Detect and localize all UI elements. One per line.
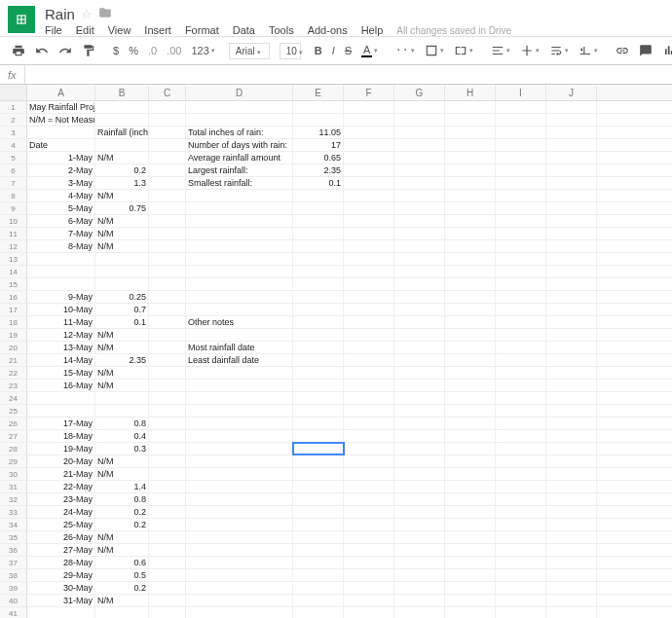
cell-I18[interactable] [496, 316, 546, 328]
cell-A7[interactable]: 3-May [27, 177, 95, 189]
cell-A27[interactable]: 18-May [27, 430, 95, 442]
cell-B19[interactable]: N/M [95, 329, 149, 341]
cell-H7[interactable] [445, 177, 496, 189]
insert-chart-button[interactable] [658, 41, 672, 60]
cell-B13[interactable] [95, 253, 149, 265]
cell-D18[interactable]: Other notes [186, 316, 293, 328]
cell-E9[interactable] [293, 202, 344, 214]
cell-H30[interactable] [445, 468, 496, 480]
cell-D39[interactable] [186, 582, 293, 594]
cell-G34[interactable] [394, 519, 445, 530]
cell-J35[interactable] [546, 531, 597, 543]
cell-D38[interactable] [186, 569, 293, 581]
cell-E20[interactable] [293, 342, 344, 353]
cell-A22[interactable]: 15-May [27, 367, 95, 379]
cell-F33[interactable] [344, 506, 394, 518]
cell-G29[interactable] [394, 455, 445, 467]
cell-E6[interactable]: 2.35 [293, 164, 344, 176]
cell-J34[interactable] [546, 519, 597, 530]
cell-G14[interactable] [394, 266, 445, 277]
cell-F39[interactable] [344, 582, 394, 594]
menu-view[interactable]: View [108, 24, 131, 36]
cell-B23[interactable]: N/M [95, 380, 149, 391]
cell-B24[interactable] [95, 392, 149, 404]
cell-H2[interactable] [445, 114, 496, 126]
row-header[interactable]: 10 [0, 215, 27, 227]
sheets-logo[interactable] [8, 6, 35, 33]
print-icon[interactable] [8, 41, 29, 60]
cell-H31[interactable] [445, 481, 496, 492]
column-header-G[interactable]: G [394, 85, 445, 100]
cell-C18[interactable] [149, 316, 186, 328]
cell-I6[interactable] [496, 164, 546, 176]
cell-C19[interactable] [149, 329, 186, 341]
cell-H25[interactable] [445, 405, 496, 417]
cell-J9[interactable] [546, 202, 597, 214]
row-header[interactable]: 29 [0, 455, 27, 467]
cell-F40[interactable] [344, 595, 394, 606]
cell-H23[interactable] [445, 380, 496, 391]
cell-G16[interactable] [394, 291, 445, 303]
cell-F36[interactable] [344, 544, 394, 556]
menu-insert[interactable]: Insert [144, 24, 171, 36]
cell-B8[interactable]: N/M [95, 190, 149, 201]
cell-E5[interactable]: 0.65 [293, 152, 344, 164]
cell-C14[interactable] [149, 266, 186, 277]
cell-A36[interactable]: 27-May [27, 544, 95, 556]
column-header-E[interactable]: E [293, 85, 344, 100]
cell-F35[interactable] [344, 531, 394, 543]
cell-F1[interactable] [344, 101, 394, 113]
cell-B14[interactable] [95, 266, 149, 277]
cell-D11[interactable] [186, 228, 293, 239]
cell-J36[interactable] [546, 544, 597, 556]
cell-G19[interactable] [394, 329, 445, 341]
cell-C21[interactable] [149, 354, 186, 366]
cell-I34[interactable] [496, 519, 546, 530]
cell-D7[interactable]: Smallest rainfall: [186, 177, 293, 189]
cell-D24[interactable] [186, 392, 293, 404]
cell-B3[interactable]: Rainfall (inches) [95, 127, 149, 138]
cell-F7[interactable] [344, 177, 394, 189]
cell-A20[interactable]: 13-May [27, 342, 95, 353]
row-header[interactable]: 24 [0, 392, 27, 404]
cell-H19[interactable] [445, 329, 496, 341]
cell-F11[interactable] [344, 228, 394, 239]
cell-A31[interactable]: 22-May [27, 481, 95, 492]
cell-B31[interactable]: 1.4 [95, 481, 149, 492]
cell-E26[interactable] [293, 418, 344, 429]
cell-B41[interactable] [95, 607, 149, 618]
row-header[interactable]: 2 [0, 114, 27, 126]
cell-H6[interactable] [445, 164, 496, 176]
cell-E36[interactable] [293, 544, 344, 556]
cell-F38[interactable] [344, 569, 394, 581]
menu-file[interactable]: File [45, 24, 62, 36]
cell-G7[interactable] [394, 177, 445, 189]
text-color-button[interactable]: A [357, 41, 382, 60]
cell-H35[interactable] [445, 531, 496, 543]
cell-J28[interactable] [546, 443, 597, 454]
cell-F34[interactable] [344, 519, 394, 530]
column-header-B[interactable]: B [95, 85, 149, 100]
cell-H24[interactable] [445, 392, 496, 404]
cell-E34[interactable] [293, 519, 344, 530]
cell-I21[interactable] [496, 354, 546, 366]
cell-D26[interactable] [186, 418, 293, 429]
paint-format-icon[interactable] [78, 41, 99, 60]
cell-J33[interactable] [546, 506, 597, 518]
cell-E1[interactable] [293, 101, 344, 113]
row-header[interactable]: 7 [0, 177, 27, 189]
column-header-D[interactable]: D [186, 85, 293, 100]
font-family-select[interactable]: Arial [229, 43, 270, 59]
row-header[interactable]: 26 [0, 418, 27, 429]
cell-J31[interactable] [546, 481, 597, 492]
cell-G35[interactable] [394, 531, 445, 543]
cell-J37[interactable] [546, 557, 597, 568]
cell-H1[interactable] [445, 101, 496, 113]
cell-B9[interactable]: 0.75 [95, 202, 149, 214]
row-header[interactable]: 27 [0, 430, 27, 442]
cell-I13[interactable] [496, 253, 546, 265]
cell-D35[interactable] [186, 531, 293, 543]
row-header[interactable]: 3 [0, 127, 27, 138]
cell-H5[interactable] [445, 152, 496, 164]
strikethrough-button[interactable]: S [341, 42, 355, 59]
